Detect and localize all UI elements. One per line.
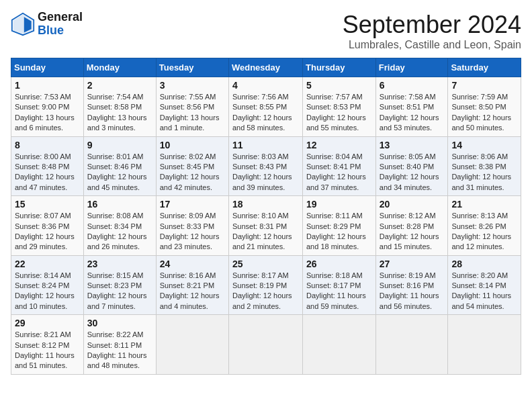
- title-section: September 2024 Lumbrales, Castille and L…: [343, 11, 521, 51]
- day-number: 11: [232, 140, 299, 150]
- day-number: 9: [87, 140, 152, 150]
- day-info: Sunrise: 8:05 AMSunset: 8:40 PMDaylight:…: [380, 152, 445, 193]
- calendar-col-friday: Friday: [375, 58, 448, 77]
- day-info: Sunrise: 8:16 AMSunset: 8:21 PMDaylight:…: [160, 271, 225, 312]
- day-number: 14: [451, 140, 517, 150]
- day-number: 25: [232, 259, 299, 269]
- calendar-cell: [448, 315, 521, 375]
- day-number: 8: [15, 140, 80, 150]
- logo: General Blue: [11, 11, 83, 38]
- calendar-cell: 23Sunrise: 8:15 AMSunset: 8:23 PMDayligh…: [83, 255, 156, 315]
- calendar-cell: 20Sunrise: 8:12 AMSunset: 8:28 PMDayligh…: [375, 196, 448, 256]
- day-info: Sunrise: 8:17 AMSunset: 8:19 PMDaylight:…: [232, 271, 299, 312]
- calendar-table: SundayMondayTuesdayWednesdayThursdayFrid…: [11, 58, 521, 375]
- day-info: Sunrise: 8:12 AMSunset: 8:28 PMDaylight:…: [380, 211, 445, 253]
- day-info: Sunrise: 7:57 AMSunset: 8:53 PMDaylight:…: [306, 92, 372, 134]
- calendar-cell: 21Sunrise: 8:13 AMSunset: 8:26 PMDayligh…: [448, 196, 521, 256]
- calendar-cell: 12Sunrise: 8:04 AMSunset: 8:41 PMDayligh…: [303, 136, 376, 196]
- day-number: 19: [306, 199, 372, 210]
- day-info: Sunrise: 8:06 AMSunset: 8:38 PMDaylight:…: [451, 152, 517, 193]
- day-number: 7: [451, 80, 517, 91]
- day-info: Sunrise: 8:20 AMSunset: 8:14 PMDaylight:…: [451, 271, 517, 312]
- subtitle: Lumbrales, Castille and Leon, Spain: [343, 39, 521, 51]
- day-info: Sunrise: 8:01 AMSunset: 8:46 PMDaylight:…: [87, 152, 152, 193]
- day-number: 6: [380, 80, 445, 91]
- calendar-cell: 26Sunrise: 8:18 AMSunset: 8:17 PMDayligh…: [303, 255, 376, 315]
- calendar-col-tuesday: Tuesday: [156, 58, 228, 77]
- day-number: 24: [160, 259, 225, 269]
- day-info: Sunrise: 7:53 AMSunset: 9:00 PMDaylight:…: [15, 92, 80, 134]
- calendar-cell: 17Sunrise: 8:09 AMSunset: 8:33 PMDayligh…: [156, 196, 228, 256]
- day-info: Sunrise: 7:54 AMSunset: 8:58 PMDaylight:…: [87, 92, 152, 134]
- logo-line2: Blue: [38, 24, 83, 38]
- day-info: Sunrise: 7:58 AMSunset: 8:51 PMDaylight:…: [380, 92, 445, 134]
- day-number: 20: [380, 199, 445, 210]
- calendar-header-row: SundayMondayTuesdayWednesdayThursdayFrid…: [11, 58, 521, 77]
- calendar-row: 15Sunrise: 8:07 AMSunset: 8:36 PMDayligh…: [11, 196, 521, 256]
- day-info: Sunrise: 8:15 AMSunset: 8:23 PMDaylight:…: [87, 271, 152, 312]
- calendar-body: 1Sunrise: 7:53 AMSunset: 9:00 PMDaylight…: [11, 77, 521, 375]
- logo-line1: General: [38, 11, 83, 24]
- day-number: 16: [87, 199, 152, 210]
- day-info: Sunrise: 8:00 AMSunset: 8:48 PMDaylight:…: [15, 152, 80, 193]
- day-info: Sunrise: 8:11 AMSunset: 8:29 PMDaylight:…: [306, 211, 372, 253]
- day-number: 1: [15, 80, 80, 91]
- calendar-cell: [156, 315, 228, 375]
- day-info: Sunrise: 7:55 AMSunset: 8:56 PMDaylight:…: [160, 92, 225, 134]
- day-number: 28: [451, 259, 517, 269]
- calendar-col-wednesday: Wednesday: [228, 58, 302, 77]
- calendar-cell: 4Sunrise: 7:56 AMSunset: 8:55 PMDaylight…: [228, 77, 302, 137]
- day-number: 21: [451, 199, 517, 210]
- day-info: Sunrise: 8:04 AMSunset: 8:41 PMDaylight:…: [306, 152, 372, 193]
- day-number: 10: [160, 140, 225, 150]
- calendar-cell: 3Sunrise: 7:55 AMSunset: 8:56 PMDaylight…: [156, 77, 228, 137]
- calendar-cell: 6Sunrise: 7:58 AMSunset: 8:51 PMDaylight…: [375, 77, 448, 137]
- calendar-col-monday: Monday: [83, 58, 156, 77]
- calendar-cell: 22Sunrise: 8:14 AMSunset: 8:24 PMDayligh…: [11, 255, 84, 315]
- day-info: Sunrise: 8:21 AMSunset: 8:12 PMDaylight:…: [15, 330, 80, 371]
- day-info: Sunrise: 8:08 AMSunset: 8:34 PMDaylight:…: [87, 211, 152, 253]
- logo-icon: [11, 12, 35, 36]
- calendar-cell: 10Sunrise: 8:02 AMSunset: 8:45 PMDayligh…: [156, 136, 228, 196]
- calendar-cell: 18Sunrise: 8:10 AMSunset: 8:31 PMDayligh…: [228, 196, 302, 256]
- calendar-cell: [303, 315, 376, 375]
- calendar-cell: 7Sunrise: 7:59 AMSunset: 8:50 PMDaylight…: [448, 77, 521, 137]
- calendar-cell: 5Sunrise: 7:57 AMSunset: 8:53 PMDaylight…: [303, 77, 376, 137]
- calendar-cell: 27Sunrise: 8:19 AMSunset: 8:16 PMDayligh…: [375, 255, 448, 315]
- calendar-cell: 30Sunrise: 8:22 AMSunset: 8:11 PMDayligh…: [83, 315, 156, 375]
- calendar-cell: 15Sunrise: 8:07 AMSunset: 8:36 PMDayligh…: [11, 196, 84, 256]
- day-number: 2: [87, 80, 152, 91]
- main-title: September 2024: [343, 11, 521, 39]
- calendar-cell: 16Sunrise: 8:08 AMSunset: 8:34 PMDayligh…: [83, 196, 156, 256]
- calendar-col-saturday: Saturday: [448, 58, 521, 77]
- calendar-cell: [228, 315, 302, 375]
- day-number: 26: [306, 259, 372, 269]
- day-number: 15: [15, 199, 80, 210]
- day-info: Sunrise: 7:56 AMSunset: 8:55 PMDaylight:…: [232, 92, 299, 134]
- day-info: Sunrise: 8:03 AMSunset: 8:43 PMDaylight:…: [232, 152, 299, 193]
- calendar-cell: [375, 315, 448, 375]
- day-info: Sunrise: 8:09 AMSunset: 8:33 PMDaylight:…: [160, 211, 225, 253]
- day-number: 4: [232, 80, 299, 91]
- calendar-cell: 24Sunrise: 8:16 AMSunset: 8:21 PMDayligh…: [156, 255, 228, 315]
- day-number: 27: [380, 259, 445, 269]
- day-number: 13: [380, 140, 445, 150]
- day-info: Sunrise: 8:18 AMSunset: 8:17 PMDaylight:…: [306, 271, 372, 312]
- day-number: 18: [232, 199, 299, 210]
- day-info: Sunrise: 7:59 AMSunset: 8:50 PMDaylight:…: [451, 92, 517, 134]
- calendar-cell: 13Sunrise: 8:05 AMSunset: 8:40 PMDayligh…: [375, 136, 448, 196]
- day-number: 23: [87, 259, 152, 269]
- calendar-cell: 11Sunrise: 8:03 AMSunset: 8:43 PMDayligh…: [228, 136, 302, 196]
- logo-text: General Blue: [38, 11, 83, 38]
- day-info: Sunrise: 8:14 AMSunset: 8:24 PMDaylight:…: [15, 271, 80, 312]
- day-number: 22: [15, 259, 80, 269]
- calendar-row: 29Sunrise: 8:21 AMSunset: 8:12 PMDayligh…: [11, 315, 521, 375]
- calendar-row: 8Sunrise: 8:00 AMSunset: 8:48 PMDaylight…: [11, 136, 521, 196]
- day-number: 30: [87, 318, 152, 328]
- calendar-cell: 25Sunrise: 8:17 AMSunset: 8:19 PMDayligh…: [228, 255, 302, 315]
- calendar-cell: 9Sunrise: 8:01 AMSunset: 8:46 PMDaylight…: [83, 136, 156, 196]
- calendar-row: 1Sunrise: 7:53 AMSunset: 9:00 PMDaylight…: [11, 77, 521, 137]
- day-info: Sunrise: 8:22 AMSunset: 8:11 PMDaylight:…: [87, 330, 152, 371]
- calendar-cell: 14Sunrise: 8:06 AMSunset: 8:38 PMDayligh…: [448, 136, 521, 196]
- calendar-header: SundayMondayTuesdayWednesdayThursdayFrid…: [11, 58, 521, 77]
